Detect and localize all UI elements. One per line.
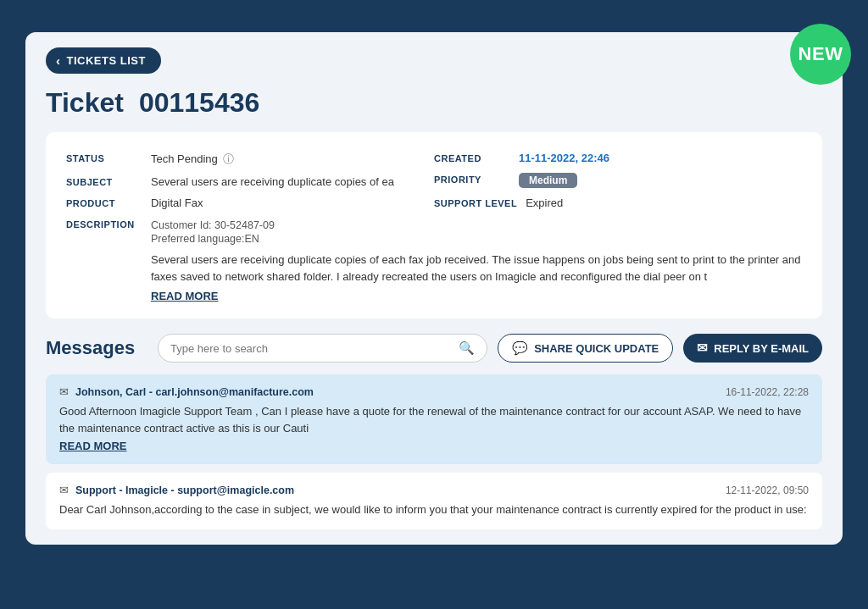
search-icon: 🔍: [459, 340, 475, 356]
product-row: PRODUCT Digital Fax: [66, 192, 434, 213]
status-label: STATUS: [66, 152, 142, 163]
desc-sub1: Customer Id: 30-52487-09: [151, 219, 802, 231]
ticket-header: Ticket 00115436: [25, 80, 843, 132]
outer-frame: NEW ‹ TICKETS LIST Ticket 00115436 STATU…: [10, 17, 858, 593]
details-grid: STATUS Tech Pending ⓘ SUBJECT Several us…: [66, 147, 802, 213]
msg-date-1: 12-11-2022, 09:50: [726, 484, 809, 496]
search-box: 🔍: [158, 334, 487, 363]
status-value: Tech Pending ⓘ: [151, 152, 434, 167]
message-item-1: ✉ Support - Imagicle - support@imagicle.…: [46, 473, 822, 529]
support-label: SUPPORT LEVEL: [434, 197, 517, 208]
created-value: 11-11-2022, 22:46: [519, 152, 802, 164]
product-value: Digital Fax: [151, 197, 434, 209]
description-content: Customer Id: 30-52487-09 Preferred langu…: [151, 218, 802, 304]
message-meta-0: ✉ Johnson, Carl - carl.johnson@manifactu…: [59, 385, 809, 398]
message-item-0: ✉ Johnson, Carl - carl.johnson@manifactu…: [46, 374, 822, 464]
subject-label: SUBJECT: [66, 175, 142, 187]
info-icon: ⓘ: [223, 152, 234, 167]
email-icon: ✉: [697, 340, 708, 356]
details-left-col: STATUS Tech Pending ⓘ SUBJECT Several us…: [66, 147, 434, 213]
reply-by-email-button[interactable]: ✉ REPLY BY E-MAIL: [683, 334, 822, 363]
ticket-label: Ticket: [46, 87, 124, 119]
desc-main: Several users are receiving duplicate co…: [151, 252, 802, 287]
inner-card: ‹ TICKETS LIST Ticket 00115436 STATUS Te…: [25, 32, 843, 545]
priority-row: PRIORITY Medium: [434, 169, 802, 192]
messages-section: Messages 🔍 💬 SHARE QUICK UPDATE ✉ REPLY …: [25, 318, 843, 545]
msg-sender-1: Support - Imagicle - support@imagicle.co…: [75, 484, 294, 496]
msg-date-0: 16-11-2022, 22:28: [726, 386, 809, 398]
support-row: SUPPORT LEVEL Expired: [434, 192, 802, 213]
msg-sender-0: Johnson, Carl - carl.johnson@manifacture…: [75, 386, 314, 398]
chat-icon: 💬: [512, 340, 528, 356]
messages-title: Messages: [46, 337, 147, 359]
ticket-number: 00115436: [139, 87, 259, 119]
subject-row: SUBJECT Several users are receiving dupl…: [66, 171, 434, 192]
message-meta-1: ✉ Support - Imagicle - support@imagicle.…: [59, 484, 809, 496]
top-nav: ‹ TICKETS LIST: [25, 32, 843, 80]
description-section: DESCRIPTION Customer Id: 30-52487-09 Pre…: [66, 213, 802, 304]
email-icon-msg0: ✉: [59, 385, 69, 398]
status-row: STATUS Tech Pending ⓘ: [66, 147, 434, 171]
messages-toolbar: Messages 🔍 💬 SHARE QUICK UPDATE ✉ REPLY …: [46, 334, 822, 363]
msg-body-0: Good Afternoon Imagicle Support Team , C…: [59, 403, 809, 436]
back-button[interactable]: ‹ TICKETS LIST: [46, 47, 161, 74]
created-label: CREATED: [434, 152, 510, 163]
share-quick-update-button[interactable]: 💬 SHARE QUICK UPDATE: [498, 334, 673, 363]
priority-label: PRIORITY: [434, 173, 510, 185]
created-row: CREATED 11-11-2022, 22:46: [434, 147, 802, 169]
subject-value: Several users are receiving duplicate co…: [151, 175, 434, 188]
description-label: DESCRIPTION: [66, 218, 142, 230]
product-label: PRODUCT: [66, 197, 142, 208]
details-right-col: CREATED 11-11-2022, 22:46 PRIORITY Mediu…: [434, 147, 802, 213]
message-list: ✉ Johnson, Carl - carl.johnson@manifactu…: [46, 374, 822, 545]
msg-body-1: Dear Carl Johnson,according to the case …: [59, 501, 809, 518]
new-badge: NEW: [790, 24, 851, 85]
back-arrow-icon: ‹: [56, 53, 61, 68]
back-button-label: TICKETS LIST: [67, 54, 146, 67]
msg-read-more-0[interactable]: READ MORE: [59, 440, 126, 452]
email-icon-msg1: ✉: [59, 484, 69, 496]
support-value: Expired: [526, 197, 802, 209]
ticket-details-card: STATUS Tech Pending ⓘ SUBJECT Several us…: [46, 132, 822, 319]
search-input[interactable]: [170, 342, 452, 355]
priority-value: Medium: [519, 173, 802, 188]
desc-sub2: Preferred language:EN: [151, 233, 802, 245]
description-read-more[interactable]: READ MORE: [151, 290, 218, 302]
